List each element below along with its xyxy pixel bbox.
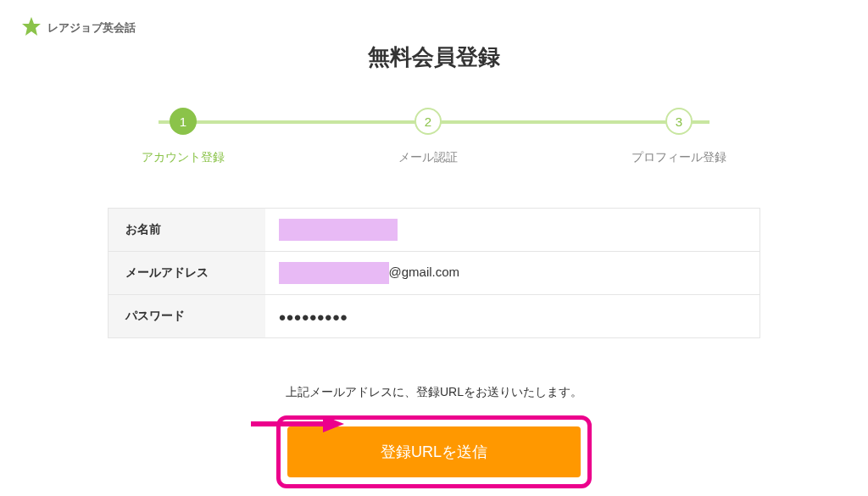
row-name: お名前: [108, 209, 760, 252]
step-1-label: アカウント登録: [142, 150, 225, 165]
submit-button[interactable]: 登録URLを送信: [287, 426, 581, 477]
row-password: パスワード ●●●●●●●●●: [108, 295, 760, 338]
step-3: 3 プロフィール登録: [632, 108, 726, 165]
step-3-circle: 3: [665, 108, 693, 135]
confirmation-table: お名前 メールアドレス @gmail.com パスワード ●●●●●●●●●: [108, 208, 760, 338]
password-value: ●●●●●●●●●: [265, 295, 760, 338]
brand-logo[interactable]: レアジョブ英会話: [19, 15, 136, 41]
name-redacted: [279, 219, 398, 241]
step-3-label: プロフィール登録: [632, 150, 726, 165]
email-redacted: [279, 262, 389, 284]
step-1: 1 アカウント登録: [142, 108, 225, 165]
brand-name: レアジョブ英会話: [47, 20, 136, 36]
email-label: メールアドレス: [108, 252, 265, 295]
row-email: メールアドレス @gmail.com: [108, 252, 760, 295]
name-value: [265, 209, 760, 252]
password-label: パスワード: [108, 295, 265, 338]
step-2: 2 メール認証: [398, 108, 458, 165]
email-suffix: @gmail.com: [389, 265, 460, 279]
footer-area: 上記メールアドレスに、登録URLをお送りいたします。 登録URLを送信 入力画面…: [108, 385, 760, 496]
submit-highlight-frame: 登録URLを送信: [276, 415, 592, 488]
footer-note: 上記メールアドレスに、登録URLをお送りいたします。: [108, 385, 760, 400]
star-person-icon: [19, 15, 44, 41]
progress-stepper: 1 アカウント登録 2 メール認証 3 プロフィール登録: [142, 108, 726, 165]
name-label: お名前: [108, 209, 265, 252]
step-2-label: メール認証: [398, 150, 458, 165]
email-value: @gmail.com: [265, 252, 760, 295]
page-title: 無料会員登録: [108, 42, 760, 72]
step-1-circle: 1: [170, 108, 197, 135]
step-2-circle: 2: [415, 108, 442, 135]
